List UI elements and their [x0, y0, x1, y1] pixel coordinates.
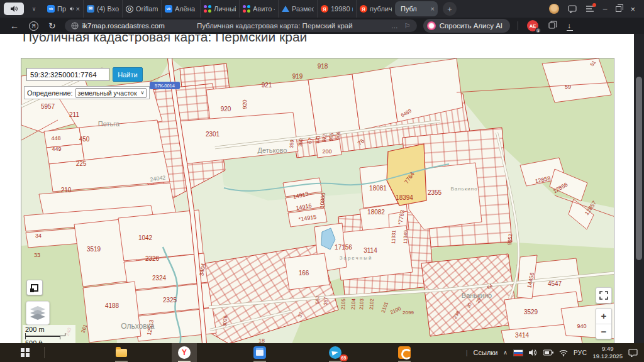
russian-flag-icon[interactable] — [513, 349, 523, 356]
tab-label: публичн — [370, 5, 392, 13]
fullscreen-icon — [599, 291, 608, 300]
tab-label: (4) Вход — [97, 5, 119, 13]
tab-razmest[interactable]: Размест — [278, 0, 317, 18]
tab-avito[interactable]: Авито – — [239, 0, 278, 18]
profile-avatar-emoji[interactable] — [549, 4, 559, 14]
collections-icon[interactable] — [548, 20, 557, 31]
tab-strip: vk Пр × ✉ (4) Вход O Oriflam vk Алёна Л … — [44, 0, 438, 18]
select-value: земельный участок — [78, 89, 137, 97]
avito-icon — [243, 5, 250, 13]
profile-button[interactable]: АЕ 1 — [527, 20, 538, 31]
taskbar-telegram[interactable]: 65 — [323, 343, 348, 362]
time: 9:49 — [602, 345, 614, 353]
comments-icon[interactable] — [568, 5, 577, 13]
tab-close-icon[interactable]: × — [431, 5, 435, 13]
windows-taskbar: Y 65 | Ссылки ∧ РУС 9:49 19.12.2025 — [0, 343, 644, 362]
notifications-menu-icon[interactable] — [586, 5, 594, 13]
fullscreen-button[interactable] — [596, 287, 612, 304]
start-button[interactable] — [13, 343, 38, 362]
cadastre-number-input[interactable] — [26, 68, 109, 81]
zoom-out-button[interactable]: − — [596, 324, 611, 339]
tab-yandex-search-1[interactable]: Я 19980 к — [317, 0, 356, 18]
more-actions-icon[interactable]: … — [391, 22, 398, 30]
cadastre-search-panel: Найти — [26, 67, 143, 82]
tab-avito-personal[interactable]: Личный — [200, 0, 239, 18]
chevron-up-icon[interactable]: ∧ — [503, 349, 508, 356]
date: 19.12.2025 — [592, 353, 623, 360]
svg-text:57К-0014: 57К-0014 — [155, 83, 175, 89]
tab-mail-inbox[interactable]: ✉ (4) Вход — [83, 0, 122, 18]
tab-oriflame[interactable]: O Oriflam — [122, 0, 161, 18]
volume-icon[interactable] — [529, 349, 538, 356]
address-bar[interactable]: ik7map.roscadastres.com Публичная кадаст… — [65, 19, 417, 32]
links-toolbar-label[interactable]: Ссылки — [474, 349, 498, 356]
tabbar-right-controls: – × — [549, 4, 644, 14]
yandex-letter: Я — [31, 23, 35, 29]
close-window-icon[interactable]: × — [630, 4, 635, 14]
profile-badge: 1 — [535, 28, 541, 33]
page-content: Публичная кадастровая карта: Пермский кр… — [0, 34, 644, 343]
object-type-select[interactable]: земельный участок ∨ — [75, 88, 147, 98]
tab-list-dropdown-button[interactable]: ∨ — [28, 3, 40, 15]
screen: ∨ vk Пр × ✉ (4) Вход O Oriflam vk Алёна … — [0, 0, 644, 362]
bookmark-icon[interactable]: ⚐ — [404, 22, 411, 30]
notification-dot — [592, 3, 596, 7]
refresh-button[interactable]: ↻ — [48, 21, 56, 31]
cadastral-map[interactable]: 57К-0014 5957211448449450225210343392092… — [21, 58, 614, 343]
tab-audio-icon[interactable] — [70, 6, 75, 11]
blue-app-icon — [282, 6, 289, 12]
map-canvas: 57К-0014 — [21, 58, 614, 343]
tab-yandex-search-2[interactable]: Я публичн — [356, 0, 395, 18]
chevron-down-icon: ∨ — [141, 90, 145, 96]
tab-active-cadastral-map[interactable]: Публ × — [395, 1, 438, 16]
filter-label: Определение: — [27, 89, 73, 97]
zoom-in-button[interactable]: + — [596, 309, 611, 324]
restore-window-icon[interactable] — [616, 6, 621, 12]
back-button[interactable]: ← — [10, 21, 19, 31]
taskbar-yandex-browser[interactable]: Y — [172, 343, 197, 362]
taskbar-mail-app[interactable] — [247, 343, 272, 362]
tab-vk-audio[interactable]: vk Пр × — [44, 0, 83, 18]
mail-icon: ✉ — [87, 5, 94, 13]
tab-label: Личный — [214, 5, 236, 13]
tab-label: Размест — [292, 5, 314, 13]
downloads-button[interactable]: ↓ — [567, 21, 571, 30]
mute-tab-button[interactable] — [4, 3, 24, 15]
battery-icon[interactable] — [543, 349, 553, 356]
yandex-browser-icon: Y — [178, 346, 191, 359]
ask-alice-button[interactable]: Спросить Алису AI — [423, 19, 510, 33]
page-scrollbar[interactable] — [634, 34, 644, 343]
wifi-icon[interactable] — [559, 349, 568, 356]
tray-divider: | — [466, 349, 468, 356]
tab-close-icon[interactable]: × — [76, 5, 80, 13]
road-number-badge: 57К-0014 — [150, 82, 180, 89]
find-button[interactable]: Найти — [113, 67, 143, 82]
orange-app-icon — [398, 346, 411, 359]
vk-icon: vk — [47, 5, 55, 13]
windows-logo-icon — [21, 348, 30, 357]
taskbar-clock[interactable]: 9:49 19.12.2025 — [592, 345, 623, 360]
browser-toolbar: ← Я ↻ ik7map.roscadastres.com Публичная … — [0, 18, 644, 34]
yandex-home-button[interactable]: Я — [29, 21, 38, 31]
tab-vk-alena[interactable]: vk Алёна Л — [161, 0, 200, 18]
toolbar-divider — [518, 21, 518, 30]
minimize-window-icon[interactable]: – — [603, 4, 608, 13]
new-tab-button[interactable]: + — [443, 2, 457, 16]
yandex-icon: Я — [360, 5, 367, 13]
browser-tab-bar: ∨ vk Пр × ✉ (4) Вход O Oriflam vk Алёна … — [0, 0, 644, 18]
tab-label: Пр — [57, 5, 69, 13]
taskbar-orange-app[interactable] — [392, 343, 417, 362]
action-center-icon[interactable] — [628, 349, 638, 357]
tab-label: Публ — [401, 5, 430, 13]
chevron-down-icon: ∨ — [32, 6, 36, 12]
keyboard-language[interactable]: РУС — [574, 349, 587, 356]
taskbar-divider — [44, 347, 45, 358]
layers-icon — [30, 306, 45, 320]
oriflame-icon: O — [126, 6, 133, 13]
scrollbar-thumb[interactable] — [636, 77, 642, 260]
extent-select-button[interactable] — [26, 280, 43, 295]
taskbar-explorer[interactable] — [109, 343, 134, 362]
tab-label: Алёна Л — [175, 5, 197, 13]
system-tray: | Ссылки ∧ РУС 9:49 19.12.2025 — [466, 345, 644, 360]
layers-button[interactable] — [26, 301, 50, 325]
